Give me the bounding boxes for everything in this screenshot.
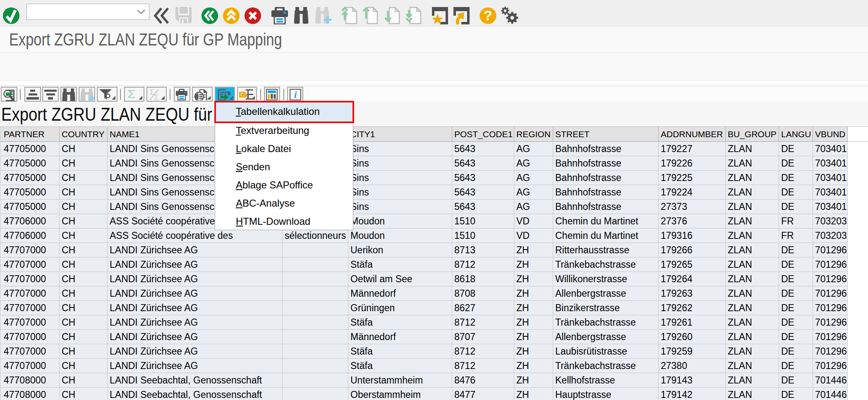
svg-text:Σ: Σ [127, 89, 136, 100]
svg-text:Σ: Σ [154, 93, 158, 100]
svg-text:i: i [294, 89, 297, 100]
svg-text:?: ? [484, 7, 492, 23]
